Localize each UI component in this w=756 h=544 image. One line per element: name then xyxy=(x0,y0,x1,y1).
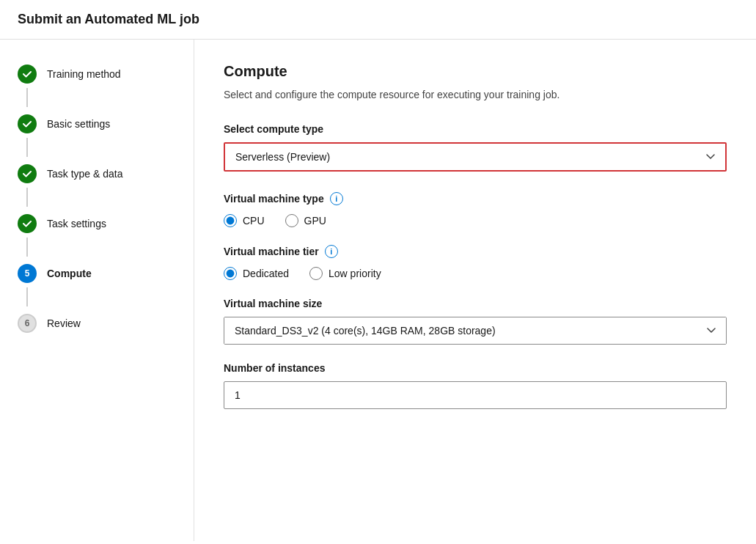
step-icon-task-settings xyxy=(18,214,37,233)
vm-type-header: Virtual machine type i xyxy=(224,192,727,205)
step-icon-basic-settings xyxy=(18,114,37,133)
content-area: Compute Select and configure the compute… xyxy=(194,40,756,541)
content-description: Select and configure the compute resourc… xyxy=(224,87,727,103)
vm-type-cpu-radio[interactable] xyxy=(224,214,237,227)
vm-tier-section: Virtual machine tier i Dedicated Low pri… xyxy=(224,245,727,280)
vm-type-info-icon[interactable]: i xyxy=(330,192,343,205)
compute-type-label: Select compute type xyxy=(224,123,727,135)
vm-tier-header: Virtual machine tier i xyxy=(224,245,727,258)
vm-type-cpu-option[interactable]: CPU xyxy=(224,214,265,227)
step-label-basic-settings: Basic settings xyxy=(47,118,110,130)
vm-tier-low-priority-label: Low priority xyxy=(329,268,381,279)
vm-size-select[interactable]: Standard_DS3_v2 (4 core(s), 14GB RAM, 28… xyxy=(224,317,726,344)
sidebar-item-task-settings[interactable]: Task settings xyxy=(0,207,194,240)
vm-size-section: Virtual machine size Standard_DS3_v2 (4 … xyxy=(224,298,727,345)
vm-type-gpu-label: GPU xyxy=(304,215,326,227)
sidebar-item-review[interactable]: 6 Review xyxy=(0,306,194,340)
page-header: Submit an Automated ML job xyxy=(0,0,756,40)
vm-tier-radio-group: Dedicated Low priority xyxy=(224,267,727,280)
instances-label: Number of instances xyxy=(224,362,727,374)
vm-type-gpu-option[interactable]: GPU xyxy=(285,214,326,227)
sidebar-item-task-type[interactable]: Task type & data xyxy=(0,157,194,191)
vm-type-label: Virtual machine type xyxy=(224,193,324,205)
step-label-task-type: Task type & data xyxy=(47,168,123,180)
instances-section: Number of instances xyxy=(224,362,727,409)
vm-tier-dedicated-radio[interactable] xyxy=(224,267,237,280)
step-label-task-settings: Task settings xyxy=(47,218,106,229)
step-label-compute: Compute xyxy=(47,268,92,279)
vm-type-section: Virtual machine type i CPU GPU xyxy=(224,192,727,227)
vm-tier-label: Virtual machine tier xyxy=(224,246,319,257)
step-label-review: Review xyxy=(47,317,81,329)
sidebar-item-training-method[interactable]: Training method xyxy=(0,57,194,91)
step-icon-training-method xyxy=(18,65,37,84)
step-label-training-method: Training method xyxy=(47,68,121,80)
vm-tier-info-icon[interactable]: i xyxy=(325,245,338,258)
content-title: Compute xyxy=(224,63,727,80)
compute-type-dropdown-container: Serverless (Preview) Compute cluster Com… xyxy=(224,142,727,172)
vm-size-dropdown: Standard_DS3_v2 (4 core(s), 14GB RAM, 28… xyxy=(224,317,727,345)
vm-type-cpu-label: CPU xyxy=(243,215,265,227)
instances-input[interactable] xyxy=(224,381,727,409)
sidebar: Training method Basic settings Task type… xyxy=(0,40,194,541)
step-icon-compute: 5 xyxy=(18,264,37,283)
vm-type-gpu-radio[interactable] xyxy=(285,214,298,227)
vm-tier-dedicated-label: Dedicated xyxy=(243,268,289,279)
vm-size-label: Virtual machine size xyxy=(224,298,727,309)
step-icon-review: 6 xyxy=(18,314,37,333)
vm-tier-low-priority-radio[interactable] xyxy=(309,267,323,280)
vm-tier-dedicated-option[interactable]: Dedicated xyxy=(224,267,289,280)
vm-type-radio-group: CPU GPU xyxy=(224,214,727,227)
sidebar-item-basic-settings[interactable]: Basic settings xyxy=(0,107,194,141)
page-title: Submit an Automated ML job xyxy=(18,12,738,27)
main-layout: Training method Basic settings Task type… xyxy=(0,40,756,541)
compute-type-section: Select compute type Serverless (Preview)… xyxy=(224,123,727,172)
sidebar-item-compute[interactable]: 5 Compute xyxy=(0,257,194,290)
compute-type-dropdown-wrapper: Serverless (Preview) Compute cluster Com… xyxy=(225,144,725,170)
step-icon-task-type xyxy=(18,164,37,183)
vm-tier-low-priority-option[interactable]: Low priority xyxy=(309,267,381,280)
compute-type-select[interactable]: Serverless (Preview) Compute cluster Com… xyxy=(225,144,725,170)
